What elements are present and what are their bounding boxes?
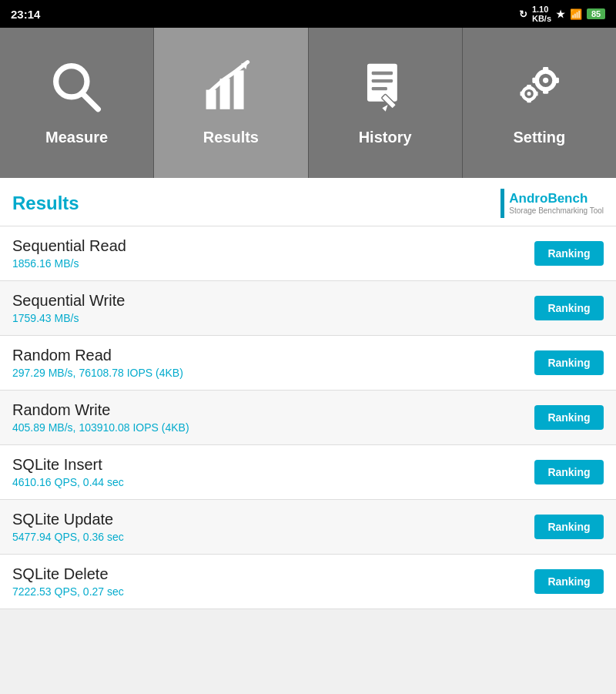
brand-name: AndroBench	[509, 191, 604, 206]
result-row: Random Write 405.89 MB/s, 103910.08 IOPS…	[0, 391, 616, 445]
svg-rect-6	[367, 64, 397, 102]
result-info: SQLite Delete 7222.53 QPS, 0.27 sec	[12, 565, 534, 598]
status-time: 23:14	[11, 8, 40, 21]
result-info: SQLite Update 5477.94 QPS, 0.36 sec	[12, 511, 534, 543]
result-value: 1759.43 MB/s	[12, 312, 534, 324]
mobile-data-icon: ★	[556, 8, 565, 20]
ranking-button[interactable]: Ranking	[534, 405, 604, 430]
svg-rect-16	[533, 78, 538, 83]
result-info: Random Write 405.89 MB/s, 103910.08 IOPS…	[12, 401, 534, 434]
tab-setting-label: Setting	[513, 129, 565, 146]
result-value: 1856.16 MB/s	[12, 257, 534, 270]
tab-measure-label: Measure	[45, 129, 108, 146]
svg-rect-8	[372, 79, 393, 82]
result-name: SQLite Delete	[12, 565, 534, 583]
result-info: SQLite Insert 4610.16 QPS, 0.44 sec	[12, 456, 534, 488]
result-info: Random Read 297.29 MB/s, 76108.78 IOPS (…	[12, 347, 534, 379]
result-row: Random Read 297.29 MB/s, 76108.78 IOPS (…	[0, 336, 616, 391]
result-name: Sequential Read	[12, 237, 534, 255]
status-right: ↻ 1.10KB/s ★ 📶 85	[519, 5, 605, 23]
result-rows-container: Sequential Read 1856.16 MB/s Ranking Seq…	[0, 226, 616, 609]
result-row: SQLite Update 5477.94 QPS, 0.36 sec Rank…	[0, 500, 616, 555]
tab-results-label: Results	[203, 129, 259, 146]
svg-rect-9	[372, 87, 387, 90]
result-value: 4610.16 QPS, 0.44 sec	[12, 476, 534, 488]
result-value: 7222.53 QPS, 0.27 sec	[12, 585, 534, 598]
brand-bar-decoration	[500, 189, 504, 218]
wifi-icon: 📶	[570, 8, 582, 20]
svg-rect-21	[527, 99, 532, 102]
tab-setting[interactable]: Setting	[463, 28, 616, 178]
result-info: Sequential Write 1759.43 MB/s	[12, 292, 534, 324]
result-name: Random Write	[12, 401, 534, 419]
signal-icon: ↻	[519, 8, 527, 20]
svg-rect-22	[521, 92, 524, 96]
tab-measure[interactable]: Measure	[0, 28, 154, 178]
results-area: Results AndroBench Storage Benchmarking …	[0, 178, 616, 694]
result-name: SQLite Update	[12, 511, 534, 528]
result-value: 297.29 MB/s, 76108.78 IOPS (4KB)	[12, 367, 534, 379]
svg-rect-14	[543, 67, 548, 72]
data-speed-icon: 1.10KB/s	[532, 5, 551, 23]
nav-tabs: Measure Results	[0, 28, 616, 178]
history-icon	[357, 59, 413, 121]
ranking-button[interactable]: Ranking	[534, 296, 604, 320]
result-name: SQLite Insert	[12, 456, 534, 474]
brand-logo: AndroBench Storage Benchmarking Tool	[500, 189, 604, 218]
ranking-button[interactable]: Ranking	[534, 515, 604, 539]
result-row: SQLite Insert 4610.16 QPS, 0.44 sec Rank…	[0, 445, 616, 500]
ranking-button[interactable]: Ranking	[534, 241, 604, 266]
measure-icon	[49, 59, 105, 121]
result-value: 5477.94 QPS, 0.36 sec	[12, 531, 534, 543]
svg-rect-7	[372, 72, 393, 75]
setting-icon	[511, 59, 567, 121]
results-header: Results AndroBench Storage Benchmarking …	[0, 178, 616, 226]
result-value: 405.89 MB/s, 103910.08 IOPS (4KB)	[12, 421, 534, 434]
result-row: Sequential Read 1856.16 MB/s Ranking	[0, 226, 616, 281]
svg-line-1	[82, 94, 98, 109]
results-title: Results	[12, 193, 79, 214]
svg-marker-11	[383, 105, 388, 112]
svg-rect-4	[233, 70, 243, 109]
svg-rect-15	[543, 88, 548, 93]
brand-name-part2: Bench	[547, 191, 588, 206]
tab-history[interactable]: History	[309, 28, 463, 178]
tab-results[interactable]: Results	[154, 28, 308, 178]
result-info: Sequential Read 1856.16 MB/s	[12, 237, 534, 270]
status-bar: 23:14 ↻ 1.10KB/s ★ 📶 85	[0, 0, 616, 28]
ranking-button[interactable]: Ranking	[534, 460, 604, 484]
svg-rect-17	[554, 78, 559, 83]
tab-history-label: History	[359, 129, 412, 146]
brand-sub: Storage Benchmarking Tool	[509, 206, 604, 216]
results-icon	[203, 59, 259, 121]
svg-point-13	[543, 78, 548, 83]
brand-text: AndroBench Storage Benchmarking Tool	[509, 191, 604, 216]
svg-rect-20	[527, 85, 532, 89]
result-name: Sequential Write	[12, 292, 534, 310]
svg-point-19	[527, 92, 531, 96]
result-row: Sequential Write 1759.43 MB/s Ranking	[0, 281, 616, 336]
brand-name-part1: Andro	[509, 191, 547, 206]
ranking-button[interactable]: Ranking	[534, 350, 604, 375]
result-row: SQLite Delete 7222.53 QPS, 0.27 sec Rank…	[0, 555, 616, 609]
battery-indicator: 85	[587, 8, 605, 19]
ranking-button[interactable]: Ranking	[534, 569, 604, 594]
svg-rect-23	[534, 92, 538, 96]
result-name: Random Read	[12, 347, 534, 364]
